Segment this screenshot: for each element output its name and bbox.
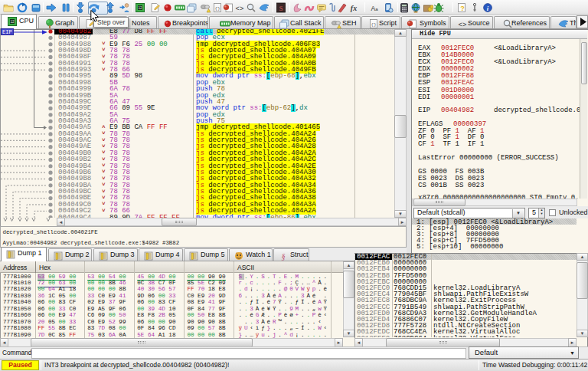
svg-text:Aa: Aa xyxy=(371,4,378,11)
svg-text:{}: {} xyxy=(214,5,220,11)
svg-text:fx: fx xyxy=(351,4,357,12)
svg-text:12: 12 xyxy=(138,5,142,9)
svg-text:<>: <> xyxy=(236,5,244,12)
svg-text:S: S xyxy=(279,4,283,11)
svg-text:{}: {} xyxy=(371,22,376,28)
svg-text:?: ? xyxy=(460,5,465,12)
svg-text:12: 12 xyxy=(10,20,15,24)
svg-text:<>: <> xyxy=(459,21,467,29)
svg-text:§: § xyxy=(282,252,286,261)
